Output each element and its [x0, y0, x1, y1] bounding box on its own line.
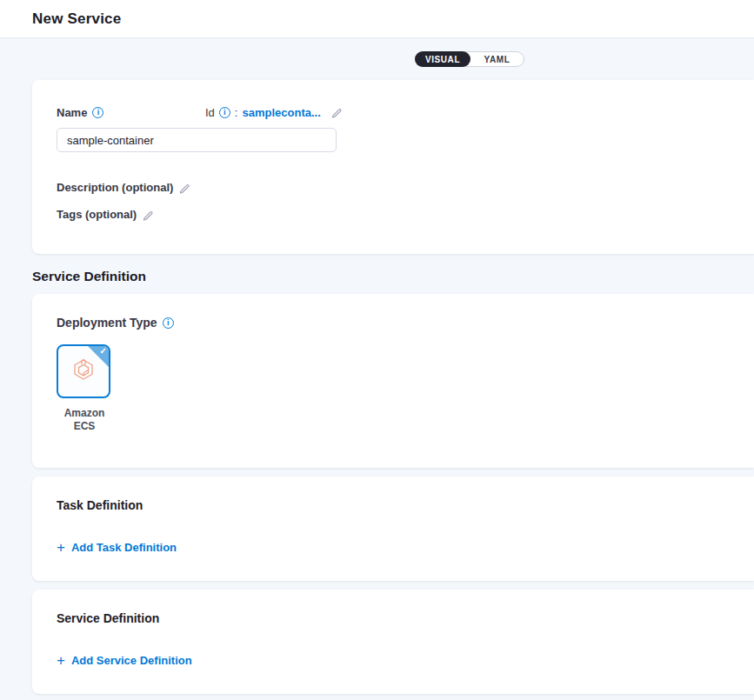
id-block: Id i : sampleconta...: [205, 106, 343, 119]
name-block: Name i: [57, 104, 205, 120]
id-info-icon[interactable]: i: [219, 107, 230, 118]
toggle-visual[interactable]: VISUAL: [415, 51, 470, 67]
service-definition-section-heading-wrap: Service Definition: [0, 254, 754, 294]
name-info-icon[interactable]: i: [92, 107, 103, 118]
id-label: Id: [205, 106, 215, 119]
edit-tags-icon[interactable]: [142, 209, 154, 221]
service-name-input[interactable]: [57, 128, 337, 152]
section-gap: [0, 468, 754, 477]
toggle-band: VISUAL YAML: [0, 38, 754, 80]
deployment-type-info-icon[interactable]: i: [163, 317, 174, 329]
add-task-definition-button[interactable]: + Add Task Definition: [57, 541, 177, 554]
add-service-definition-label: Add Service Definition: [71, 654, 192, 667]
task-definition-title: Task Definition: [57, 498, 754, 512]
service-definition-title: Service Definition: [57, 611, 754, 625]
description-row: Description (optional): [57, 181, 754, 194]
deployment-type-amazon-ecs-tile[interactable]: ✓: [57, 344, 110, 398]
edit-description-icon[interactable]: [178, 182, 190, 194]
name-id-row: Name i Id i : sampleconta...: [57, 104, 754, 120]
task-definition-card: Task Definition + Add Task Definition: [32, 477, 754, 581]
edit-id-icon[interactable]: [330, 106, 343, 118]
service-about-card: Name i Id i : sampleconta... Description…: [32, 80, 754, 254]
name-label: Name: [57, 106, 87, 119]
service-definition-card: Service Definition + Add Service Definit…: [32, 590, 754, 694]
deployment-type-card: Deployment Type i ✓ Amazon ECS: [32, 294, 754, 468]
page-header: New Service: [0, 0, 754, 38]
page-title: New Service: [32, 10, 121, 28]
check-icon: ✓: [100, 346, 107, 356]
toggle-yaml[interactable]: YAML: [470, 52, 524, 66]
id-value[interactable]: sampleconta...: [242, 106, 320, 119]
description-label: Description (optional): [57, 181, 173, 194]
id-separator: :: [235, 106, 238, 119]
name-label-wrap: Name i: [57, 106, 103, 119]
plus-icon: +: [57, 655, 65, 666]
deployment-type-caption: Amazon ECS: [57, 407, 112, 433]
tags-label: Tags (optional): [57, 208, 137, 221]
service-definition-section-title: Service Definition: [32, 269, 754, 284]
deployment-type-label: Deployment Type: [57, 316, 157, 330]
add-task-definition-label: Add Task Definition: [71, 541, 177, 554]
plus-icon: +: [57, 542, 65, 553]
deployment-type-label-wrap: Deployment Type i: [57, 316, 174, 330]
tags-row: Tags (optional): [57, 208, 754, 221]
add-service-definition-button[interactable]: + Add Service Definition: [57, 654, 192, 667]
section-gap: [0, 581, 754, 590]
visual-yaml-toggle: VISUAL YAML: [415, 51, 524, 67]
